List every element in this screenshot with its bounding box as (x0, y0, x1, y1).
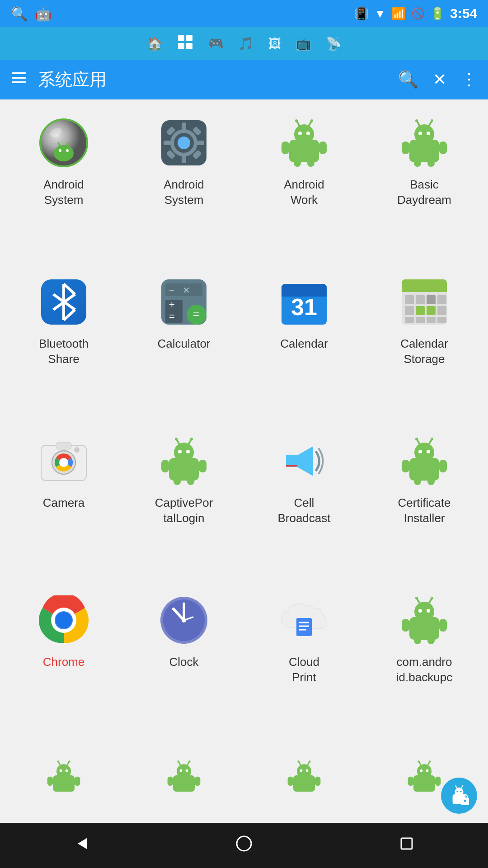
svg-rect-100 (199, 460, 206, 472)
svg-rect-18 (182, 123, 186, 131)
svg-rect-181 (408, 777, 413, 786)
tab-photos[interactable]: 🖼 (268, 36, 281, 51)
back-button[interactable] (72, 835, 90, 857)
app-basic-daydream[interactable]: BasicDaydream (364, 107, 484, 266)
recent-button[interactable] (398, 835, 416, 857)
app-calendar-storage[interactable]: CalendarStorage (364, 266, 484, 425)
search-button[interactable]: 🔍 (398, 70, 418, 89)
app-bluetooth-share[interactable]: BluetoothShare (4, 266, 124, 425)
svg-rect-171 (288, 777, 293, 786)
svg-rect-78 (427, 306, 436, 315)
app-android-system-2[interactable]: AndroidSystem (124, 107, 244, 266)
svg-text:+: + (169, 299, 175, 310)
svg-rect-161 (168, 777, 173, 786)
home-button[interactable] (235, 835, 253, 857)
nosim-icon: 🚫 (411, 7, 425, 20)
signal-icon: 📶 (391, 7, 406, 21)
app-label: CellBroadcast (277, 495, 330, 526)
svg-point-154 (177, 764, 191, 778)
app-clock[interactable]: Clock (124, 584, 244, 743)
nav-bar (0, 823, 488, 868)
svg-rect-21 (196, 141, 204, 145)
app-label: CalendarStorage (400, 336, 448, 367)
svg-rect-116 (427, 478, 435, 485)
app-chrome[interactable]: Chrome (4, 584, 124, 743)
tab-games[interactable]: 🎮 (208, 36, 224, 51)
app-cell-broadcast[interactable]: CellBroadcast (244, 425, 364, 584)
app-captiveportallogin[interactable]: CaptivePortalLogin (124, 425, 244, 584)
battery-icon: 🔋 (430, 7, 445, 21)
svg-rect-46 (402, 142, 409, 154)
app-calendar[interactable]: 31 Calendar (244, 266, 364, 425)
menu-button[interactable] (11, 70, 27, 90)
svg-rect-83 (437, 317, 446, 323)
app-label: AndroidSystem (164, 177, 204, 208)
svg-point-166 (306, 769, 309, 772)
svg-point-175 (420, 769, 423, 772)
tab-music[interactable]: 🎵 (238, 36, 254, 51)
app-cloud-print[interactable]: CloudPrint (244, 584, 364, 743)
close-button[interactable]: ✕ (433, 70, 446, 89)
svg-point-145 (60, 769, 62, 772)
partial-app-row (0, 750, 488, 823)
svg-rect-80 (405, 317, 414, 323)
app-label: Chrome (43, 655, 84, 670)
svg-point-27 (294, 124, 314, 144)
vibrate-icon: 📳 (354, 7, 369, 21)
svg-point-39 (414, 124, 434, 144)
app-certificate-installer[interactable]: CertificateInstaller (364, 425, 484, 584)
svg-rect-72 (405, 295, 414, 304)
svg-rect-152 (75, 777, 80, 786)
svg-text:31: 31 (291, 294, 317, 320)
svg-rect-71 (402, 286, 447, 292)
svg-rect-47 (439, 142, 447, 154)
app-calculator[interactable]: − ✕ + = = Calculator (124, 266, 244, 425)
svg-point-43 (415, 119, 418, 122)
partial-app-2[interactable] (124, 750, 244, 823)
svg-rect-0 (178, 35, 184, 41)
svg-rect-114 (439, 460, 447, 472)
app-com-android-backupc[interactable]: com.android.backupc (364, 584, 484, 743)
svg-point-144 (56, 764, 71, 778)
android-debug-icon: 🤖 (35, 6, 52, 22)
svg-rect-172 (315, 777, 320, 786)
svg-rect-1 (186, 35, 192, 41)
svg-point-9 (59, 149, 61, 152)
svg-text:−: − (169, 285, 174, 295)
svg-rect-140 (439, 619, 447, 632)
svg-point-178 (418, 760, 419, 762)
svg-point-188 (456, 791, 458, 792)
partial-app-3[interactable] (244, 750, 364, 823)
svg-point-132 (414, 602, 434, 622)
svg-point-158 (177, 760, 179, 762)
svg-point-29 (306, 132, 310, 135)
category-tabs: 🏠 🎮 🎵 🖼 📺 📡 (0, 27, 488, 60)
svg-point-94 (186, 450, 190, 453)
time-display: 3:54 (450, 6, 477, 21)
app-camera[interactable]: Camera (4, 425, 124, 584)
tab-apps[interactable] (177, 34, 193, 53)
status-right-icons: 📳 ▼ 📶 🚫 🔋 3:54 (354, 6, 477, 21)
svg-point-148 (57, 760, 59, 762)
svg-point-106 (414, 443, 434, 462)
svg-point-165 (300, 769, 303, 772)
tab-other[interactable]: 📡 (326, 36, 342, 51)
more-button[interactable]: ⋮ (461, 70, 477, 89)
svg-point-31 (295, 119, 298, 122)
svg-point-187 (455, 788, 463, 796)
app-android-system-1[interactable]: AndroidSystem (4, 107, 124, 266)
status-left-icons: 🔍 🤖 (11, 6, 52, 22)
svg-rect-142 (427, 637, 435, 644)
svg-point-156 (186, 769, 188, 772)
svg-point-126 (182, 618, 186, 623)
tab-home[interactable]: 🏠 (147, 36, 163, 51)
app-android-work[interactable]: AndroidWork (244, 107, 364, 266)
svg-point-191 (455, 785, 456, 787)
svg-point-33 (310, 119, 313, 122)
fab-button[interactable] (441, 778, 477, 814)
svg-point-17 (178, 137, 190, 149)
partial-app-1[interactable] (4, 750, 124, 823)
svg-rect-101 (174, 478, 181, 485)
svg-rect-82 (427, 317, 436, 323)
tab-video[interactable]: 📺 (296, 36, 311, 51)
